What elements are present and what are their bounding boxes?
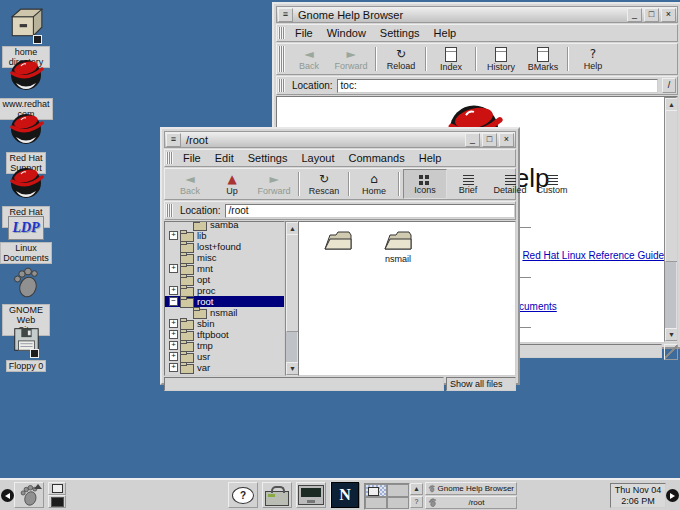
- menu-layout[interactable]: Layout: [294, 151, 341, 165]
- brief-view-button[interactable]: Brief: [447, 169, 489, 199]
- menu-commands[interactable]: Commands: [341, 151, 411, 165]
- panel-hide-right-button[interactable]: [666, 489, 679, 502]
- file-item[interactable]: [311, 227, 365, 264]
- bmarks-button[interactable]: BMarks: [522, 44, 564, 74]
- history-button[interactable]: History: [480, 44, 522, 74]
- tree-item[interactable]: opt: [165, 274, 284, 285]
- resize-grip[interactable]: [664, 344, 678, 360]
- drag-handle[interactable]: [278, 79, 285, 92]
- location-dropdown-button[interactable]: /: [662, 78, 676, 93]
- desk-guide-pager[interactable]: [364, 483, 410, 510]
- config-tool-launcher[interactable]: [262, 482, 292, 508]
- icons-view-button[interactable]: Icons: [403, 169, 447, 199]
- expander[interactable]: +: [169, 352, 178, 361]
- tree-item[interactable]: misc: [165, 252, 284, 263]
- location-input[interactable]: toc:: [337, 79, 658, 93]
- tree-item[interactable]: +var: [165, 362, 284, 373]
- menu-window[interactable]: Window: [320, 26, 373, 40]
- desk-guide-arrow-up-icon[interactable]: ▲: [410, 483, 423, 495]
- menu-settings[interactable]: Settings: [241, 151, 295, 165]
- expander[interactable]: +: [169, 286, 178, 295]
- main-menu-button[interactable]: [14, 482, 44, 508]
- desktop-icon-floppy-0[interactable]: Floppy 0: [2, 324, 50, 372]
- applet-screen-top[interactable]: [48, 482, 66, 495]
- menu-settings[interactable]: Settings: [373, 26, 427, 40]
- tree-item[interactable]: +mnt: [165, 263, 284, 274]
- forward-button[interactable]: ►Forward: [330, 44, 372, 74]
- drag-handle[interactable]: [278, 27, 285, 39]
- tree-item[interactable]: +sbin: [165, 318, 284, 329]
- file-label: nsmail: [385, 254, 411, 264]
- pager-desktop-3[interactable]: [365, 497, 387, 510]
- drag-handle[interactable]: [166, 204, 173, 217]
- netscape-launcher[interactable]: N: [330, 482, 360, 508]
- close-button[interactable]: ×: [661, 8, 676, 22]
- documents-link[interactable]: cuments: [519, 301, 557, 312]
- expander[interactable]: +: [169, 330, 178, 339]
- desktop-icon-linux-documents[interactable]: LDP Linux Documents: [2, 216, 50, 264]
- up-button[interactable]: ▲Up: [211, 169, 253, 199]
- reference-guide-link[interactable]: Red Hat Linux Reference Guide: [522, 250, 664, 261]
- terminal-launcher[interactable]: [296, 482, 326, 508]
- file-item[interactable]: nsmail: [371, 227, 425, 264]
- close-button[interactable]: ×: [499, 133, 514, 147]
- rescan-button[interactable]: ↻Rescan: [303, 169, 345, 199]
- task-help-browser[interactable]: Gnome Help Browser: [425, 482, 517, 495]
- scrollbar-thumb[interactable]: [665, 110, 678, 262]
- pager-desktop-2[interactable]: [387, 484, 409, 497]
- tree-vertical-scrollbar[interactable]: ▲ ▼: [285, 221, 298, 376]
- custom-view-button[interactable]: Custom: [531, 169, 573, 199]
- desk-guide-help-icon[interactable]: ?: [410, 496, 423, 508]
- home-button[interactable]: ⌂Home: [353, 169, 395, 199]
- tree-item-selected[interactable]: −root: [165, 296, 284, 307]
- expander[interactable]: −: [169, 297, 178, 306]
- maximize-button[interactable]: □: [482, 133, 497, 147]
- back-button[interactable]: ◄Back: [288, 44, 330, 74]
- expander[interactable]: +: [169, 363, 178, 372]
- file-icon-pane: nsmail: [298, 221, 516, 376]
- tree-item[interactable]: +proc: [165, 285, 284, 296]
- drag-handle[interactable]: [166, 152, 173, 164]
- help-location-bar: Location: toc: /: [276, 76, 678, 95]
- expander[interactable]: +: [169, 231, 178, 240]
- help-window-titlebar[interactable]: ≡ Gnome Help Browser _ □ ×: [276, 6, 678, 23]
- expander[interactable]: +: [169, 341, 178, 350]
- menu-file[interactable]: File: [288, 26, 320, 40]
- task-file-manager[interactable]: /root: [425, 496, 517, 509]
- help-button[interactable]: ?Help: [572, 44, 614, 74]
- menu-help[interactable]: Help: [427, 26, 464, 40]
- menu-help[interactable]: Help: [412, 151, 449, 165]
- file-window-titlebar[interactable]: ≡ /root _ □ ×: [164, 131, 516, 148]
- maximize-button[interactable]: □: [644, 8, 659, 22]
- tree-item[interactable]: +tftpboot: [165, 329, 284, 340]
- index-button[interactable]: Index: [430, 44, 472, 74]
- window-menu-icon[interactable]: ≡: [278, 8, 293, 22]
- floppy-icon: [10, 324, 42, 358]
- scroll-down-icon[interactable]: ▼: [665, 328, 678, 341]
- expander[interactable]: +: [169, 319, 178, 328]
- redhat-logo-icon: [8, 110, 44, 150]
- expander[interactable]: +: [169, 264, 178, 273]
- pager-desktop-4[interactable]: [387, 497, 409, 510]
- reload-button[interactable]: ↻Reload: [380, 44, 422, 74]
- forward-button[interactable]: ►Forward: [253, 169, 295, 199]
- drag-handle[interactable]: [278, 46, 285, 72]
- minimize-button[interactable]: _: [465, 133, 480, 147]
- menu-edit[interactable]: Edit: [208, 151, 241, 165]
- tree-item[interactable]: +tmp: [165, 340, 284, 351]
- minimize-button[interactable]: _: [627, 8, 642, 22]
- tree-item[interactable]: +lib: [165, 230, 284, 241]
- panel-hide-left-button[interactable]: [1, 489, 14, 502]
- detailed-view-button[interactable]: Detailed: [489, 169, 531, 199]
- applet-screen-bottom[interactable]: [48, 495, 66, 508]
- back-button[interactable]: ◄Back: [169, 169, 211, 199]
- tree-item[interactable]: lost+found: [165, 241, 284, 252]
- help-launcher[interactable]: ?: [228, 482, 258, 508]
- pager-desktop-1-active[interactable]: [365, 484, 387, 497]
- menu-file[interactable]: File: [176, 151, 208, 165]
- help-vertical-scrollbar[interactable]: ▲ ▼: [664, 97, 677, 342]
- window-menu-icon[interactable]: ≡: [166, 133, 181, 147]
- tree-item[interactable]: +usr: [165, 351, 284, 362]
- tree-item[interactable]: nsmail: [165, 307, 284, 318]
- location-input[interactable]: /root: [225, 204, 515, 218]
